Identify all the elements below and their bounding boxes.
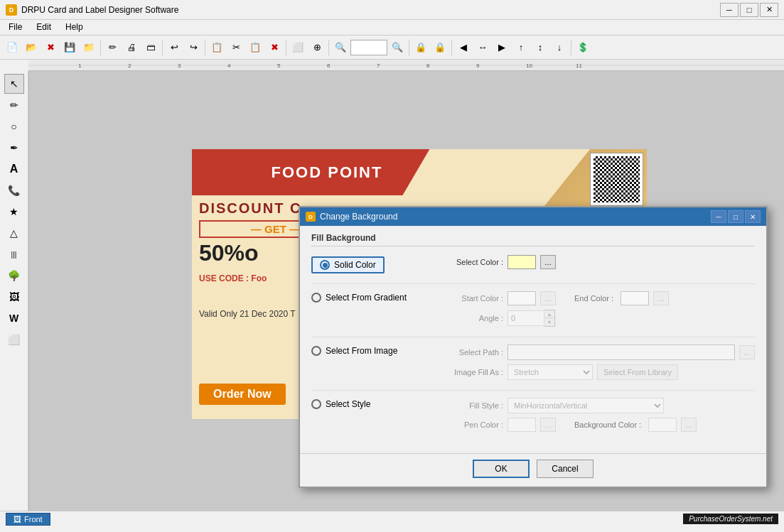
- gradient-row: Select From Gradient Start Color : … End…: [311, 291, 755, 327]
- sep1: [311, 283, 755, 284]
- gradient-label-col: Select From Gradient: [311, 291, 439, 303]
- fill-style-label: Fill Style :: [446, 401, 503, 410]
- ok-button[interactable]: OK: [473, 460, 530, 478]
- start-color-swatch: [508, 291, 536, 305]
- fill-bg-label: Fill Background: [311, 233, 755, 246]
- cancel-button[interactable]: Cancel: [537, 460, 594, 478]
- angle-spinner: ▲ ▼: [508, 310, 555, 327]
- solid-color-option[interactable]: Solid Color: [311, 256, 385, 273]
- bg-color-label: Background Color :: [574, 420, 641, 429]
- image-radio[interactable]: [311, 346, 321, 356]
- change-background-dialog: D Change Background ─ □ ✕ Fill Backgroun…: [299, 206, 768, 488]
- image-row: Select From Image Select Path : … Image …: [311, 344, 755, 380]
- angle-label: Angle :: [446, 314, 503, 322]
- dialog-icon: D: [306, 212, 316, 222]
- image-path-row: Select Path : …: [446, 344, 755, 360]
- fill-style-row: Fill Style : MinHorizontalVertical: [446, 398, 755, 413]
- angle-down: ▼: [544, 318, 554, 326]
- solid-color-swatch[interactable]: [508, 255, 536, 269]
- solid-color-row: Solid Color Select Color : …: [311, 255, 755, 273]
- dialog-overlay: D Change Background ─ □ ✕ Fill Backgroun…: [0, 0, 784, 526]
- fill-style-dropdown: MinHorizontalVertical: [508, 398, 664, 413]
- start-color-label: Start Color :: [446, 294, 503, 303]
- style-row: Select Style Fill Style : MinHorizontalV…: [311, 398, 755, 432]
- select-color-label: Select Color :: [446, 258, 503, 266]
- dialog-minimize[interactable]: ─: [711, 210, 726, 223]
- sep2: [311, 337, 755, 337]
- select-path-label: Select Path :: [446, 348, 503, 357]
- end-color-btn: …: [653, 291, 669, 305]
- sep3: [311, 390, 755, 391]
- gradient-angle-row: Angle : ▲ ▼: [446, 310, 755, 327]
- solid-color-controls: Select Color : …: [446, 255, 755, 269]
- gradient-colors-row: Start Color : … End Color : …: [446, 291, 755, 305]
- style-radio[interactable]: [311, 399, 321, 409]
- start-color-btn: …: [540, 291, 556, 305]
- solid-color-picker-btn[interactable]: …: [540, 255, 556, 269]
- pen-color-btn: …: [540, 418, 556, 432]
- image-controls: Select Path : … Image Fill As : Stretch …: [446, 344, 755, 380]
- angle-input: [508, 310, 544, 326]
- style-label-col: Select Style: [311, 398, 439, 409]
- dialog-titlebar: D Change Background ─ □ ✕: [300, 207, 766, 226]
- image-fill-label: Image Fill As :: [446, 368, 503, 376]
- pen-color-swatch: [508, 418, 536, 432]
- solid-color-label: Solid Color: [334, 260, 376, 270]
- pen-color-label: Pen Color :: [446, 420, 503, 429]
- image-label: Select From Image: [326, 346, 397, 356]
- angle-up: ▲: [544, 310, 554, 318]
- end-color-label: End Color :: [574, 294, 613, 303]
- image-label-col: Select From Image: [311, 344, 439, 356]
- style-controls: Fill Style : MinHorizontalVertical Pen C…: [446, 398, 755, 432]
- image-path-input: [508, 344, 735, 360]
- solid-color-radio[interactable]: [320, 260, 330, 270]
- pen-bg-row: Pen Color : … Background Color : …: [446, 418, 755, 432]
- dialog-close[interactable]: ✕: [745, 210, 761, 223]
- style-label: Select Style: [326, 399, 370, 409]
- bg-color-btn: …: [681, 418, 697, 432]
- gradient-radio[interactable]: [311, 293, 321, 303]
- solid-color-label-col: Solid Color: [311, 255, 439, 273]
- image-fill-dropdown: Stretch: [508, 364, 593, 380]
- image-fill-row: Image Fill As : Stretch Select From Libr…: [446, 364, 755, 380]
- image-path-btn: …: [739, 345, 755, 359]
- dialog-footer: OK Cancel: [300, 453, 766, 487]
- gradient-controls: Start Color : … End Color : … Angle : ▲: [446, 291, 755, 327]
- dialog-window-controls: ─ □ ✕: [711, 210, 761, 223]
- dialog-maximize[interactable]: □: [728, 210, 743, 223]
- select-from-library-btn: Select From Library: [597, 364, 678, 380]
- select-color-row: Select Color : …: [446, 255, 755, 269]
- end-color-swatch: [621, 291, 649, 305]
- dialog-title: Change Background: [320, 212, 397, 222]
- dialog-body: Fill Background Solid Color Select Color…: [300, 226, 766, 453]
- gradient-label: Select From Gradient: [326, 293, 407, 303]
- bg-color-swatch: [648, 418, 677, 432]
